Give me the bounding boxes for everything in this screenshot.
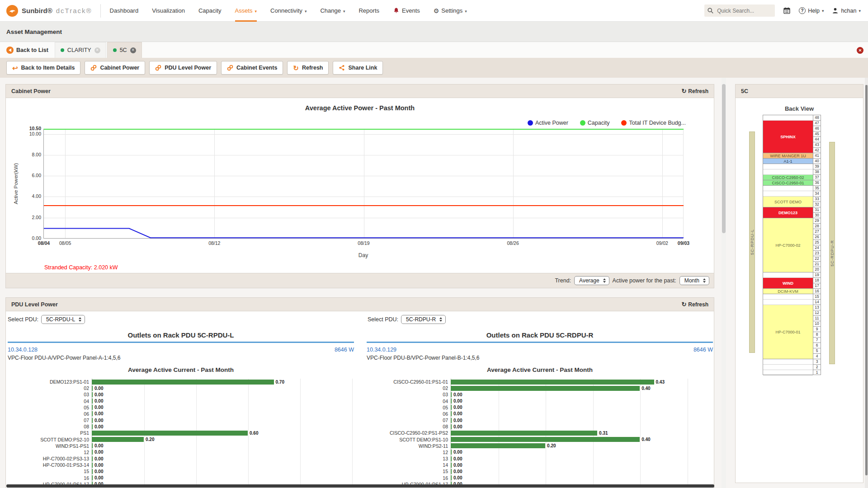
stranded-capacity-text: Stranded Capacity: 2.020 kW [44, 264, 118, 271]
trend-select[interactable]: Average [574, 276, 609, 285]
pdu-left-select[interactable]: 5C-RPDU-L [41, 315, 85, 324]
nav-item-change[interactable]: Change▾ [320, 0, 345, 22]
pdu-watts[interactable]: 8646 W [335, 347, 354, 353]
bar-row: 040.00 [8, 398, 354, 404]
refresh-icon: ↻ [293, 65, 299, 71]
pdu-level-power-header: PDU Level Power ↻ Refresh [6, 298, 714, 311]
rack-item-demo123[interactable]: DEMO123 [763, 207, 813, 218]
bar-value: 0.00 [453, 463, 462, 468]
cabinet-power-refresh-button[interactable]: ↻ Refresh [681, 88, 708, 94]
rack-item-wind[interactable]: WIND [763, 278, 813, 289]
help-icon: ? [799, 7, 806, 14]
nav-item-events[interactable]: Events [393, 0, 420, 22]
pdu-watts[interactable]: 8646 W [693, 347, 713, 353]
pdu-ip-link[interactable]: 10.34.0.128 [8, 347, 38, 353]
toolbar-button-pdu-level-power[interactable]: PDU Level Power [149, 61, 217, 75]
rack-item-hp-c7000-02[interactable]: HP-C7000-02 [763, 218, 813, 272]
nav-item-settings[interactable]: ⚙Settings▾ [434, 0, 467, 22]
status-dot [113, 48, 117, 52]
rack-slots: SPHINXWIRE MANGER 1UA1-1CISCO-C2950-02CI… [763, 115, 813, 375]
back-circle-icon [6, 47, 14, 54]
bar-row: DEMO123:PS1-010.70 [8, 379, 354, 385]
toolbar-button-back-to-item-details[interactable]: ↩Back to Item Details [6, 61, 80, 75]
tab-clarity[interactable]: CLARITY× [55, 42, 106, 58]
bar [92, 411, 93, 416]
back-to-list-button[interactable]: Back to List [0, 42, 55, 58]
gear-icon: ⚙ [434, 7, 439, 14]
nav-item-visualization[interactable]: Visualization [152, 0, 185, 22]
legend-item-budget[interactable]: Total IT Device Budg... [621, 120, 686, 126]
tab-close-icon[interactable]: × [94, 47, 100, 53]
y-tick-label: 10.50 [15, 126, 41, 131]
bar [451, 437, 640, 442]
rack-item-dcim-kvm[interactable]: DCIM-KVM [763, 289, 813, 294]
nav-item-dashboard[interactable]: Dashboard [110, 0, 139, 22]
past-select[interactable]: Month [679, 276, 709, 285]
toolbar-button-refresh[interactable]: ↻Refresh [287, 61, 329, 75]
rack-item-cisco-c2950-02[interactable]: CISCO-C2950-02 [763, 175, 813, 180]
nav-item-label: Settings [441, 7, 462, 14]
tab-close-icon[interactable]: × [130, 47, 136, 53]
rack-unit-number: 38 [813, 169, 821, 175]
legend-item-active-power[interactable]: Active Power [528, 120, 568, 126]
toolbar-button-share-link[interactable]: Share Link [333, 61, 383, 75]
chevron-down-icon: ▾ [255, 9, 257, 14]
bar-value: 0.00 [453, 405, 462, 410]
bar-value: 0.00 [94, 475, 103, 480]
rack-unit-number: 37 [813, 175, 821, 180]
toolbar-button-cabinet-events[interactable]: Cabinet Events [221, 61, 283, 75]
pdu-right-select[interactable]: 5C-RDPU-R [401, 315, 446, 324]
nav-item-capacity[interactable]: Capacity [198, 0, 222, 22]
right-vertical-scrollbar-thumb[interactable] [865, 85, 868, 475]
bar-area: 0.20 [451, 443, 556, 448]
main-vertical-scrollbar-thumb[interactable] [722, 84, 726, 233]
pdu-ip-link[interactable]: 10.34.0.129 [367, 347, 396, 353]
rack-item-sphinx[interactable]: SPHINX [763, 121, 813, 153]
cabinet-power-panel: Cabinet Power ↻ Refresh Average Active P… [5, 84, 714, 288]
bar-chart-right: CISCO-C2950-01:PS1-010.43020.40030.00040… [367, 379, 713, 488]
nav-item-connectivity[interactable]: Connectivity▾ [270, 0, 307, 22]
rack-item-cisco-c2950-01[interactable]: CISCO-C2950-01 [763, 180, 813, 186]
calendar-button[interactable] [783, 7, 791, 14]
pdu-level-power-panel: PDU Level Power ↻ Refresh Select PDU: 5C… [5, 297, 714, 488]
nav-item-assets[interactable]: Assets▾ [235, 0, 257, 22]
x-axis-label: Day [43, 252, 683, 258]
rack-item-scott-demo[interactable]: SCOTT DEMO [763, 197, 813, 207]
bar-label: WIND:PS1-PS1 [8, 443, 91, 449]
bar-value: 0.00 [453, 450, 462, 455]
close-all-tabs-icon[interactable]: × [857, 47, 863, 54]
search-input[interactable] [716, 7, 769, 14]
pdu-refresh-button[interactable]: ↻ Refresh [681, 301, 708, 308]
select-pdu-label: Select PDU: [368, 316, 398, 323]
tab-5c[interactable]: 5C× [107, 42, 142, 58]
rack-unit-number: 31 [813, 207, 821, 213]
bar-row: 030.00 [8, 391, 354, 398]
bar-area: 0.00 [92, 469, 103, 474]
bar-chart-left: DEMO123:PS1-010.70020.00030.00040.00050.… [8, 379, 354, 488]
rack-unit-number: 10 [813, 321, 821, 327]
rack-item-hp-c7000-01[interactable]: HP-C7000-01 [763, 305, 813, 359]
nav-item-reports[interactable]: Reports [359, 0, 379, 22]
help-menu[interactable]: ? Help ▾ [799, 7, 824, 14]
rack-unit-number: 1 [813, 370, 821, 375]
rack-elevation-panel: 5C Back View 5C-RPDU-L 5C-RDPU-R SPHINXW… [735, 84, 863, 483]
rack-item-a1-1[interactable]: A1-1 [763, 159, 813, 164]
bar-value: 0.70 [276, 380, 284, 385]
chevron-down-icon: ▾ [343, 9, 345, 14]
legend-item-capacity[interactable]: Capacity [580, 120, 610, 126]
bar [92, 399, 93, 404]
rack-unit-number: 39 [813, 164, 821, 169]
rack-unit-number: 11 [813, 316, 821, 321]
bar-area: 0.00 [451, 424, 462, 429]
bar-value: 0.00 [453, 411, 462, 416]
line-chart-title: Average Active Power - Past Month [6, 104, 714, 112]
rack-slot [763, 169, 813, 175]
x-tick-label: 08/26 [500, 240, 526, 246]
bar-area: 0.00 [451, 392, 462, 397]
rack-unit-number: 27 [813, 229, 821, 235]
user-menu[interactable]: hchan ▾ [832, 7, 861, 14]
toolbar-button-cabinet-power[interactable]: Cabinet Power [85, 61, 145, 75]
quick-search[interactable] [704, 5, 775, 17]
horizontal-scrollbar-thumb[interactable] [6, 484, 714, 488]
rack-item-wire-manger-1u[interactable]: WIRE MANGER 1U [763, 153, 813, 159]
